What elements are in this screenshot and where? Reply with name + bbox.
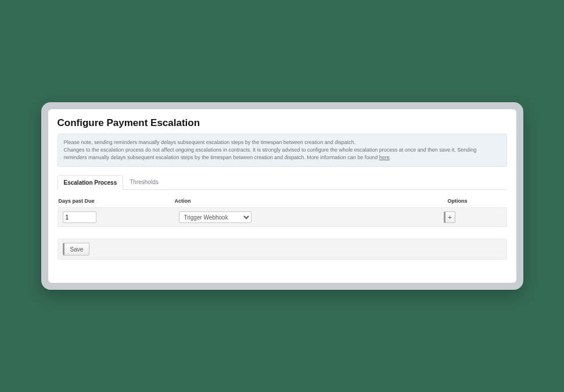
info-line-2: Changes to the escalation process do not… [64,146,501,161]
save-button[interactable]: Save [63,243,90,256]
column-header-action: Action [175,198,396,204]
info-line-2b: . [390,154,391,160]
info-line-1: Please note, sending reminders manually … [64,139,501,146]
tabs: Escalation Process Thresholds [58,175,507,190]
window-content: Configure Payment Escalation Please note… [48,109,516,283]
cell-options: + [444,211,502,223]
column-header-days: Days past Due [59,198,175,204]
cell-days [63,211,179,224]
cell-action: Trigger Webhook [179,211,400,224]
columns-header: Days past Due Action Options [58,196,507,207]
window-frame: Configure Payment Escalation Please note… [41,102,523,290]
add-step-button[interactable]: + [444,211,455,223]
tab-escalation-process[interactable]: Escalation Process [58,175,124,190]
info-box: Please note, sending reminders manually … [58,134,507,167]
escalation-row: Trigger Webhook + [58,207,507,228]
action-select[interactable]: Trigger Webhook [179,211,252,223]
info-line-2a: Changes to the escalation process do not… [64,147,477,160]
page-title: Configure Payment Escalation [58,117,507,129]
tab-thresholds[interactable]: Thresholds [123,175,164,189]
days-past-due-input[interactable] [63,211,96,223]
info-here-link[interactable]: here [379,154,390,160]
column-header-options: Options [448,198,506,204]
save-row: Save [58,239,507,260]
